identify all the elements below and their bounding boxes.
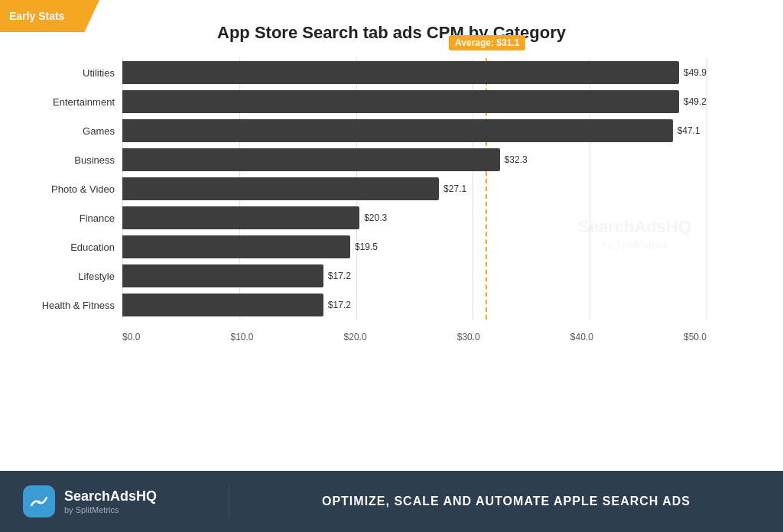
footer-tagline: OPTIMIZE, SCALE AND AUTOMATE APPLE SEARC… bbox=[229, 495, 783, 508]
bar bbox=[122, 148, 500, 171]
bar bbox=[122, 90, 679, 113]
bar-label: Games bbox=[27, 125, 115, 137]
footer-brand-sub: by SplitMetrics bbox=[64, 505, 157, 514]
bar-label: Education bbox=[27, 242, 115, 253]
bar-container: $49.2 bbox=[122, 90, 707, 113]
bar-label: Entertainment bbox=[27, 96, 115, 108]
x-axis: $0.0$10.0$20.0$30.0$40.0$50.0 bbox=[122, 332, 707, 342]
badge-label: Early Stats bbox=[9, 10, 64, 22]
bar-container: $20.3 bbox=[122, 206, 707, 229]
x-axis-label: $30.0 bbox=[457, 332, 480, 342]
bar-value: $20.3 bbox=[364, 212, 387, 223]
bar-container: $47.1 bbox=[122, 119, 707, 142]
bar-value: $47.1 bbox=[677, 125, 700, 136]
bar-row: Photo & Video$27.1 bbox=[122, 174, 707, 203]
bar-container: $27.1 bbox=[122, 177, 707, 200]
bar bbox=[122, 206, 359, 229]
bar-row: Utilities$49.9 bbox=[122, 58, 707, 87]
footer-logo-icon bbox=[23, 485, 55, 517]
bar-value: $17.2 bbox=[328, 271, 351, 281]
bar bbox=[122, 264, 323, 287]
footer-brand-name: SearchAdsHQ bbox=[64, 488, 157, 505]
x-axis-label: $20.0 bbox=[344, 332, 367, 342]
bar-label: Utilities bbox=[27, 67, 115, 79]
bar bbox=[122, 61, 679, 84]
bar-row: Entertainment$49.2 bbox=[122, 87, 707, 116]
bar-row: Business$32.3 bbox=[122, 145, 707, 174]
bar-row: Games$47.1 bbox=[122, 116, 707, 145]
footer: SearchAdsHQ by SplitMetrics OPTIMIZE, SC… bbox=[0, 471, 783, 532]
x-axis-label: $50.0 bbox=[684, 332, 707, 342]
bar-row: Lifestyle$17.2 bbox=[122, 261, 707, 290]
bar-label: Finance bbox=[27, 212, 115, 224]
x-axis-label: $10.0 bbox=[230, 332, 253, 342]
footer-brand: SearchAdsHQ by SplitMetrics bbox=[64, 488, 157, 514]
bar-label: Lifestyle bbox=[27, 271, 115, 282]
bars-section: Average: $31.1Utilities$49.9Entertainmen… bbox=[122, 58, 707, 342]
bar-label: Photo & Video bbox=[27, 183, 115, 195]
bar bbox=[122, 119, 673, 142]
logo-icon-svg bbox=[29, 491, 49, 511]
bar-row: Health & Fitness$17.2 bbox=[122, 290, 707, 320]
x-axis-label: $40.0 bbox=[570, 332, 593, 342]
bar-value: $27.1 bbox=[443, 183, 466, 194]
bar-container: $17.2 bbox=[122, 294, 707, 316]
bar-container: $17.2 bbox=[122, 264, 707, 287]
bar-value: $19.5 bbox=[355, 242, 378, 252]
bar-container: $49.9 bbox=[122, 61, 707, 84]
main-content: App Store Search tab ads CPM by Category… bbox=[0, 0, 783, 410]
x-axis-label: $0.0 bbox=[122, 332, 140, 342]
bar bbox=[122, 294, 323, 316]
chart-area: Average: $31.1Utilities$49.9Entertainmen… bbox=[122, 58, 707, 410]
bar-row: Education$19.5 bbox=[122, 232, 707, 261]
footer-left: SearchAdsHQ by SplitMetrics bbox=[0, 485, 229, 517]
bar-label: Business bbox=[27, 154, 115, 166]
bar-value: $32.3 bbox=[505, 154, 528, 165]
bar-container: $19.5 bbox=[122, 235, 707, 258]
bar-container: $32.3 bbox=[122, 148, 707, 171]
bar-value: $17.2 bbox=[328, 300, 351, 310]
bar-value: $49.9 bbox=[684, 67, 707, 78]
bar bbox=[122, 177, 439, 200]
bar bbox=[122, 235, 350, 258]
average-label: Average: $31.1 bbox=[449, 35, 525, 50]
bar-value: $49.2 bbox=[684, 96, 707, 107]
early-stats-badge: Early Stats bbox=[0, 0, 99, 32]
bar-row: Finance$20.3 bbox=[122, 203, 707, 232]
svg-point-0 bbox=[37, 501, 41, 504]
bar-label: Health & Fitness bbox=[27, 300, 115, 311]
chart-title: App Store Search tab ads CPM by Category bbox=[31, 23, 752, 43]
